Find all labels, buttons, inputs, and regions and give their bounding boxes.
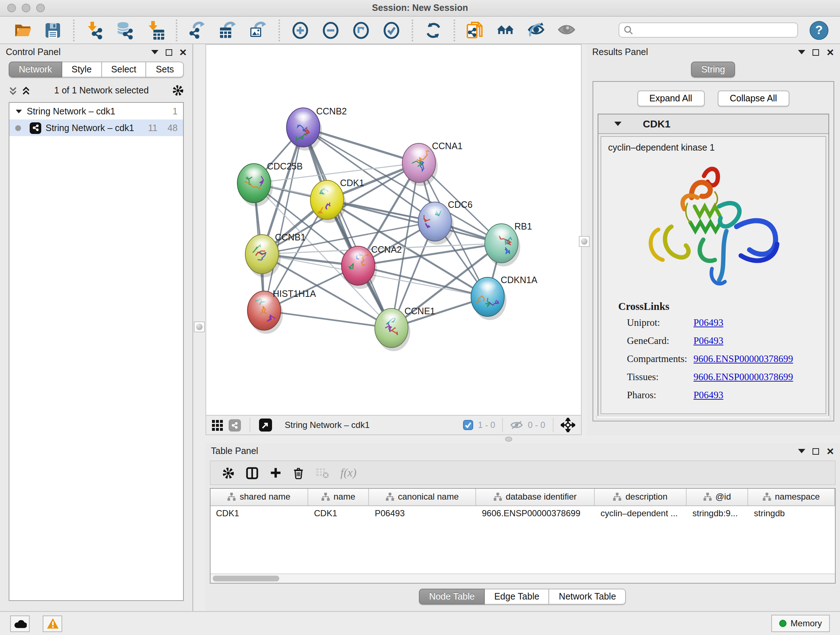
refresh-view-icon[interactable] (421, 19, 446, 42)
crosslink-link[interactable]: P06493 (693, 390, 723, 401)
network-node-CCNA1[interactable]: CCNA1 (402, 141, 462, 186)
network-row[interactable]: String Network – cdk1 11 48 (9, 119, 183, 136)
table-float-icon[interactable] (813, 448, 819, 454)
import-network-file-icon[interactable] (82, 19, 107, 42)
network-options-gear-icon[interactable] (172, 85, 184, 96)
memory-button[interactable]: Memory (771, 615, 830, 632)
horizontal-splitter-handle[interactable] (505, 437, 512, 442)
collapse-all-networks-icon[interactable] (22, 86, 30, 95)
cloud-status-button[interactable] (10, 615, 30, 632)
network-collection-row[interactable]: String Network – cdk1 1 (9, 103, 183, 119)
table-menu-icon[interactable] (798, 449, 805, 453)
minimize-window-button[interactable] (22, 4, 30, 12)
zoom-out-icon[interactable] (318, 19, 343, 42)
homes-icon[interactable] (493, 19, 518, 42)
panel-float-icon[interactable] (165, 49, 172, 55)
protein-name: CDK1 (643, 118, 670, 130)
tab-sets[interactable]: Sets (147, 62, 184, 78)
results-float-icon[interactable] (813, 49, 819, 55)
birds-eye-icon[interactable] (561, 418, 575, 432)
hide-selected-icon[interactable] (524, 19, 548, 42)
import-network-database-icon[interactable] (113, 19, 137, 42)
delete-column-trash-icon[interactable] (293, 467, 303, 479)
show-columns-icon[interactable] (246, 467, 258, 479)
crosslink-link[interactable]: 9606.ENSP00000378699 (693, 371, 793, 383)
column-header-namespace[interactable]: namespace (748, 489, 835, 505)
zoom-selected-icon[interactable] (379, 19, 404, 42)
hidden-eye-icon[interactable] (510, 420, 523, 430)
grid-view-icon[interactable] (212, 420, 223, 431)
zoom-fit-icon[interactable] (349, 19, 373, 42)
protein-collapse-icon[interactable] (614, 122, 621, 126)
network-node-RB1[interactable]: RB1 (485, 221, 532, 266)
column-header-id[interactable]: @id (686, 489, 748, 505)
left-splitter[interactable] (194, 44, 205, 611)
export-table-icon[interactable] (216, 19, 240, 42)
tab-select[interactable]: Select (102, 62, 147, 78)
results-scrollbar[interactable] (596, 416, 831, 419)
results-close-icon[interactable]: ✕ (826, 48, 834, 57)
open-file-icon[interactable] (10, 19, 35, 42)
crosslink-link[interactable]: P06493 (693, 317, 723, 329)
network-edge[interactable] (264, 127, 303, 310)
network-edge[interactable] (264, 310, 391, 328)
export-image-icon[interactable] (246, 19, 271, 42)
tab-string[interactable]: String (691, 62, 735, 78)
collection-label: String Network – cdk1 (27, 106, 115, 116)
column-header-canonicalname[interactable]: canonical name (369, 489, 476, 505)
protein-section-header[interactable]: CDK1 (598, 114, 829, 134)
close-window-button[interactable] (7, 4, 16, 12)
tab-edge-table[interactable]: Edge Table (485, 589, 549, 605)
table-scrollbar-thumb[interactable] (212, 576, 279, 581)
column-header-sharedname[interactable]: shared name (210, 489, 308, 505)
save-session-icon[interactable] (41, 19, 65, 42)
left-splitter-handle[interactable] (194, 321, 205, 333)
right-splitter-handle[interactable] (578, 236, 589, 247)
expand-all-button[interactable]: Expand All (637, 90, 704, 106)
network-canvas[interactable]: CCNB2 CCNA1 CDC25B CDK1 CDC6 RB1 CCNB1 C… (206, 45, 581, 415)
tab-network[interactable]: Network (9, 62, 62, 78)
detach-view-icon[interactable] (259, 418, 272, 432)
horizontal-splitter[interactable] (205, 435, 840, 443)
column-header-name[interactable]: name (308, 489, 369, 505)
show-all-icon[interactable] (554, 19, 579, 42)
collection-expand-icon[interactable] (16, 109, 22, 113)
search-box[interactable] (619, 22, 798, 38)
panel-close-icon[interactable]: ✕ (179, 48, 187, 57)
zoom-window-button[interactable] (36, 4, 45, 12)
tab-network-table[interactable]: Network Table (549, 589, 626, 605)
column-header-description[interactable]: description (594, 489, 686, 505)
network-node-CDKN1A[interactable]: CDKN1A (471, 275, 537, 320)
results-menu-icon[interactable] (798, 50, 805, 54)
table-row[interactable]: CDK1CDK1P064939606.ENSP00000378699cyclin… (210, 505, 835, 521)
network-node-CCNB2[interactable]: CCNB2 (286, 106, 347, 150)
crosslink-link[interactable]: P06493 (693, 335, 723, 347)
tab-node-table[interactable]: Node Table (419, 589, 485, 605)
tab-style[interactable]: Style (62, 62, 102, 78)
zoom-in-icon[interactable] (288, 19, 313, 42)
expand-all-networks-icon[interactable] (9, 86, 17, 95)
network-selection-status: 1 of 1 Network selected (35, 86, 168, 96)
right-splitter[interactable] (581, 44, 586, 435)
column-type-icon (613, 493, 622, 501)
search-input[interactable] (636, 24, 793, 36)
table-settings-gear-icon[interactable] (222, 467, 234, 479)
panel-menu-icon[interactable] (151, 50, 158, 54)
column-header-databaseidentifier[interactable]: database identifier (476, 489, 594, 505)
import-table-icon[interactable] (143, 19, 168, 42)
crosslink-link[interactable]: 9606.ENSP00000378699 (693, 353, 793, 365)
network-node-CCNA2[interactable]: CCNA2 (341, 244, 401, 289)
warning-status-button[interactable] (43, 615, 62, 632)
add-column-icon[interactable] (270, 467, 281, 478)
table-scrollbar[interactable] (210, 573, 835, 583)
network-snapshot-icon[interactable] (463, 19, 488, 42)
network-node-CCNE1[interactable]: CCNE1 (374, 306, 435, 351)
network-edge[interactable] (303, 127, 391, 328)
help-button[interactable]: ? (810, 21, 829, 40)
collapse-all-button[interactable]: Collapse All (717, 90, 789, 106)
table-close-icon[interactable]: ✕ (826, 447, 834, 456)
export-network-icon[interactable] (185, 19, 210, 42)
string-view-icon[interactable] (228, 419, 240, 431)
network-node-HIST1H1A[interactable]: HIST1H1A (247, 288, 316, 334)
selected-checkbox-icon[interactable] (463, 420, 474, 430)
